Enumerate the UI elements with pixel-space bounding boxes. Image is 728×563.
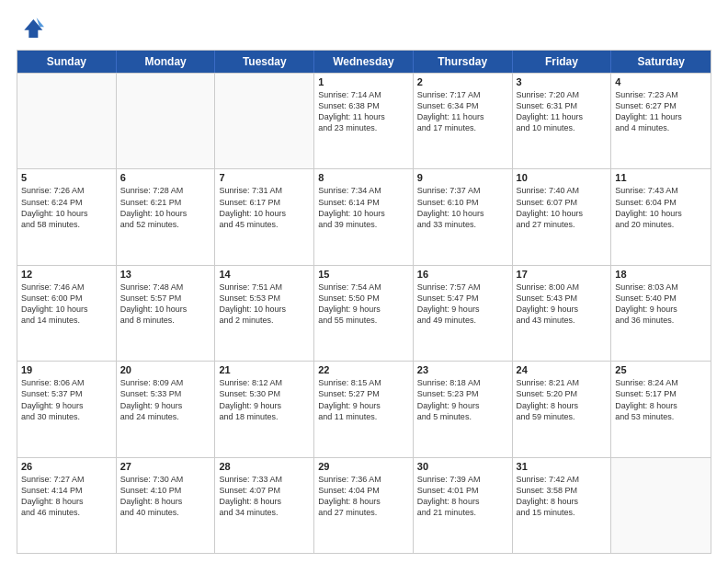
calendar-cell — [611, 458, 711, 553]
calendar-cell: 3Sunrise: 7:20 AM Sunset: 6:31 PM Daylig… — [513, 74, 612, 168]
calendar: SundayMondayTuesdayWednesdayThursdayFrid… — [17, 50, 711, 554]
calendar-row-2: 12Sunrise: 7:46 AM Sunset: 6:00 PM Dayli… — [17, 265, 711, 361]
day-number: 11 — [615, 172, 707, 183]
day-number: 2 — [417, 76, 508, 87]
calendar-cell: 7Sunrise: 7:31 AM Sunset: 6:17 PM Daylig… — [215, 169, 314, 264]
day-number: 20 — [120, 364, 211, 375]
cell-info: Sunrise: 8:24 AM Sunset: 5:17 PM Dayligh… — [615, 377, 707, 422]
day-number: 1 — [318, 76, 409, 87]
calendar-row-4: 26Sunrise: 7:27 AM Sunset: 4:14 PM Dayli… — [17, 457, 711, 553]
logo — [17, 15, 48, 42]
calendar-cell: 11Sunrise: 7:43 AM Sunset: 6:04 PM Dayli… — [611, 169, 711, 264]
calendar-cell: 5Sunrise: 7:26 AM Sunset: 6:24 PM Daylig… — [17, 169, 117, 264]
cell-info: Sunrise: 8:09 AM Sunset: 5:33 PM Dayligh… — [120, 377, 211, 422]
header-day-thursday: Thursday — [414, 51, 513, 73]
day-number: 19 — [21, 364, 112, 375]
calendar-cell: 27Sunrise: 7:30 AM Sunset: 4:10 PM Dayli… — [117, 458, 216, 553]
calendar-cell: 1Sunrise: 7:14 AM Sunset: 6:38 PM Daylig… — [314, 74, 414, 168]
day-number: 6 — [120, 172, 211, 183]
cell-info: Sunrise: 8:21 AM Sunset: 5:20 PM Dayligh… — [517, 377, 608, 422]
day-number: 7 — [219, 172, 310, 183]
calendar-cell — [215, 74, 314, 168]
calendar-cell: 8Sunrise: 7:34 AM Sunset: 6:14 PM Daylig… — [314, 169, 414, 264]
cell-info: Sunrise: 7:57 AM Sunset: 5:47 PM Dayligh… — [417, 282, 508, 327]
calendar-cell: 16Sunrise: 7:57 AM Sunset: 5:47 PM Dayli… — [414, 266, 513, 361]
calendar-cell: 2Sunrise: 7:17 AM Sunset: 6:34 PM Daylig… — [414, 74, 513, 168]
calendar-cell: 20Sunrise: 8:09 AM Sunset: 5:33 PM Dayli… — [117, 362, 216, 456]
calendar-cell: 6Sunrise: 7:28 AM Sunset: 6:21 PM Daylig… — [117, 169, 216, 264]
page: SundayMondayTuesdayWednesdayThursdayFrid… — [0, 0, 728, 563]
day-number: 23 — [417, 364, 508, 375]
calendar-cell: 21Sunrise: 8:12 AM Sunset: 5:30 PM Dayli… — [215, 362, 314, 456]
day-number: 25 — [615, 364, 707, 375]
header-day-monday: Monday — [117, 51, 216, 73]
header — [17, 15, 711, 42]
cell-info: Sunrise: 7:14 AM Sunset: 6:38 PM Dayligh… — [318, 89, 409, 134]
calendar-cell: 30Sunrise: 7:39 AM Sunset: 4:01 PM Dayli… — [414, 458, 513, 553]
cell-info: Sunrise: 8:12 AM Sunset: 5:30 PM Dayligh… — [219, 377, 310, 422]
day-number: 21 — [219, 364, 310, 375]
calendar-cell: 9Sunrise: 7:37 AM Sunset: 6:10 PM Daylig… — [414, 169, 513, 264]
day-number: 3 — [517, 76, 608, 87]
calendar-cell: 10Sunrise: 7:40 AM Sunset: 6:07 PM Dayli… — [513, 169, 612, 264]
calendar-row-3: 19Sunrise: 8:06 AM Sunset: 5:37 PM Dayli… — [17, 361, 711, 456]
cell-info: Sunrise: 8:03 AM Sunset: 5:40 PM Dayligh… — [615, 282, 707, 327]
day-number: 13 — [120, 269, 211, 280]
day-number: 18 — [615, 269, 707, 280]
day-number: 28 — [219, 461, 310, 472]
cell-info: Sunrise: 7:43 AM Sunset: 6:04 PM Dayligh… — [615, 185, 707, 230]
cell-info: Sunrise: 7:27 AM Sunset: 4:14 PM Dayligh… — [21, 474, 112, 519]
day-number: 9 — [417, 172, 508, 183]
cell-info: Sunrise: 7:33 AM Sunset: 4:07 PM Dayligh… — [219, 474, 310, 519]
day-number: 29 — [318, 461, 409, 472]
cell-info: Sunrise: 8:06 AM Sunset: 5:37 PM Dayligh… — [21, 377, 112, 422]
logo-icon — [17, 15, 44, 42]
cell-info: Sunrise: 7:51 AM Sunset: 5:53 PM Dayligh… — [219, 282, 310, 327]
calendar-cell: 28Sunrise: 7:33 AM Sunset: 4:07 PM Dayli… — [215, 458, 314, 553]
calendar-body: 1Sunrise: 7:14 AM Sunset: 6:38 PM Daylig… — [17, 73, 711, 553]
cell-info: Sunrise: 7:30 AM Sunset: 4:10 PM Dayligh… — [120, 474, 211, 519]
cell-info: Sunrise: 7:31 AM Sunset: 6:17 PM Dayligh… — [219, 185, 310, 230]
cell-info: Sunrise: 7:46 AM Sunset: 6:00 PM Dayligh… — [21, 282, 112, 327]
cell-info: Sunrise: 7:37 AM Sunset: 6:10 PM Dayligh… — [417, 185, 508, 230]
calendar-cell: 19Sunrise: 8:06 AM Sunset: 5:37 PM Dayli… — [17, 362, 117, 456]
calendar-cell: 22Sunrise: 8:15 AM Sunset: 5:27 PM Dayli… — [314, 362, 414, 456]
day-number: 31 — [517, 461, 608, 472]
calendar-cell: 29Sunrise: 7:36 AM Sunset: 4:04 PM Dayli… — [314, 458, 414, 553]
cell-info: Sunrise: 8:18 AM Sunset: 5:23 PM Dayligh… — [417, 377, 508, 422]
calendar-cell — [117, 74, 216, 168]
calendar-cell: 25Sunrise: 8:24 AM Sunset: 5:17 PM Dayli… — [611, 362, 711, 456]
cell-info: Sunrise: 7:48 AM Sunset: 5:57 PM Dayligh… — [120, 282, 211, 327]
calendar-cell: 17Sunrise: 8:00 AM Sunset: 5:43 PM Dayli… — [513, 266, 612, 361]
cell-info: Sunrise: 8:15 AM Sunset: 5:27 PM Dayligh… — [318, 377, 409, 422]
day-number: 8 — [318, 172, 409, 183]
day-number: 12 — [21, 269, 112, 280]
calendar-cell: 23Sunrise: 8:18 AM Sunset: 5:23 PM Dayli… — [414, 362, 513, 456]
calendar-cell: 15Sunrise: 7:54 AM Sunset: 5:50 PM Dayli… — [314, 266, 414, 361]
calendar-cell: 31Sunrise: 7:42 AM Sunset: 3:58 PM Dayli… — [513, 458, 612, 553]
calendar-cell — [17, 74, 117, 168]
cell-info: Sunrise: 7:23 AM Sunset: 6:27 PM Dayligh… — [615, 89, 707, 134]
day-number: 14 — [219, 269, 310, 280]
day-number: 24 — [517, 364, 608, 375]
header-day-friday: Friday — [513, 51, 612, 73]
cell-info: Sunrise: 7:39 AM Sunset: 4:01 PM Dayligh… — [417, 474, 508, 519]
calendar-cell: 24Sunrise: 8:21 AM Sunset: 5:20 PM Dayli… — [513, 362, 612, 456]
calendar-cell: 4Sunrise: 7:23 AM Sunset: 6:27 PM Daylig… — [611, 74, 711, 168]
calendar-row-1: 5Sunrise: 7:26 AM Sunset: 6:24 PM Daylig… — [17, 168, 711, 264]
calendar-header-row: SundayMondayTuesdayWednesdayThursdayFrid… — [17, 51, 711, 73]
cell-info: Sunrise: 7:40 AM Sunset: 6:07 PM Dayligh… — [517, 185, 608, 230]
calendar-row-0: 1Sunrise: 7:14 AM Sunset: 6:38 PM Daylig… — [17, 73, 711, 168]
day-number: 17 — [517, 269, 608, 280]
cell-info: Sunrise: 7:54 AM Sunset: 5:50 PM Dayligh… — [318, 282, 409, 327]
calendar-cell: 14Sunrise: 7:51 AM Sunset: 5:53 PM Dayli… — [215, 266, 314, 361]
cell-info: Sunrise: 7:17 AM Sunset: 6:34 PM Dayligh… — [417, 89, 508, 134]
day-number: 10 — [517, 172, 608, 183]
header-day-sunday: Sunday — [17, 51, 117, 73]
day-number: 27 — [120, 461, 211, 472]
day-number: 30 — [417, 461, 508, 472]
calendar-cell: 13Sunrise: 7:48 AM Sunset: 5:57 PM Dayli… — [117, 266, 216, 361]
calendar-cell: 18Sunrise: 8:03 AM Sunset: 5:40 PM Dayli… — [611, 266, 711, 361]
cell-info: Sunrise: 7:36 AM Sunset: 4:04 PM Dayligh… — [318, 474, 409, 519]
day-number: 4 — [615, 76, 707, 87]
